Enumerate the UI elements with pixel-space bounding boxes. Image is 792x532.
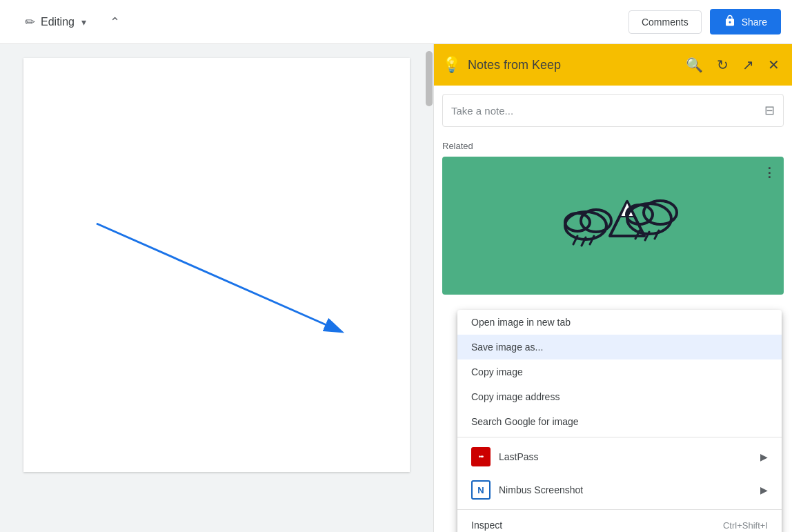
context-menu-divider-2 (457, 509, 782, 510)
lastpass-icon: ••• (471, 447, 491, 466)
list-icon: ⊟ (764, 103, 775, 118)
keep-header-icons: 🔍 ↻ ↗ ✕ (682, 54, 784, 76)
close-sidebar-button[interactable]: ✕ (764, 54, 784, 76)
document-page (23, 58, 410, 472)
nimbus-label: Nimbus Screenshot (499, 484, 583, 495)
search-google-label: Search Google for image (471, 416, 579, 427)
weather-illustration (544, 181, 682, 270)
collapse-icon: ⌃ (110, 15, 120, 29)
keep-header: 💡 Notes from Keep 🔍 ↻ ↗ ✕ (434, 44, 792, 86)
context-menu-item-lastpass[interactable]: ••• LastPass ▶ (457, 440, 782, 473)
document-area (0, 44, 433, 532)
comments-button[interactable]: Comments (628, 10, 702, 34)
context-menu-item-inspect[interactable]: Inspect Ctrl+Shift+I (457, 513, 782, 532)
copy-image-label: Copy image (471, 366, 523, 377)
context-menu-item-nimbus[interactable]: N Nimbus Screenshot ▶ (457, 473, 782, 506)
context-menu-item-open-image[interactable]: Open image in new tab (457, 310, 782, 335)
svg-point-4 (565, 213, 590, 231)
external-link-icon: ↗ (742, 57, 754, 72)
search-button[interactable]: 🔍 (682, 54, 707, 76)
lastpass-label: LastPass (499, 451, 539, 462)
pencil-icon: ✏ (25, 14, 35, 30)
collapse-button[interactable]: ⌃ (106, 10, 124, 34)
nimbus-item-left: N Nimbus Screenshot (471, 480, 583, 500)
nimbus-icon: N (471, 480, 491, 500)
note-card-content (442, 157, 784, 295)
share-button[interactable]: Share (710, 9, 781, 35)
bulb-icon: 💡 (442, 56, 461, 74)
context-menu: Open image in new tab Save image as... C… (457, 310, 782, 532)
context-menu-item-save-image[interactable]: Save image as... (457, 335, 782, 359)
inspect-label: Inspect (471, 520, 502, 531)
editing-label: Editing (41, 16, 75, 28)
refresh-button[interactable]: ↻ (713, 54, 733, 76)
note-more-button[interactable]: ⋮ (760, 162, 778, 183)
main-area: 💡 Notes from Keep 🔍 ↻ ↗ ✕ Take a note... (0, 44, 792, 532)
open-image-label: Open image in new tab (471, 317, 571, 328)
keep-title: Notes from Keep (468, 58, 675, 72)
related-label: Related (434, 135, 792, 157)
context-menu-item-search-google[interactable]: Search Google for image (457, 409, 782, 434)
scrollbar-track[interactable] (425, 44, 433, 532)
context-menu-divider-1 (457, 437, 782, 437)
scrollbar-thumb[interactable] (426, 51, 433, 106)
note-placeholder: Take a note... (451, 105, 764, 117)
refresh-icon: ↻ (717, 57, 729, 72)
copy-image-address-label: Copy image address (471, 391, 560, 402)
open-external-button[interactable]: ↗ (738, 54, 758, 76)
nimbus-submenu-arrow: ▶ (760, 484, 768, 495)
close-icon: ✕ (768, 57, 780, 72)
share-icon (724, 14, 736, 29)
note-card[interactable]: ⋮ (442, 157, 784, 295)
search-icon: 🔍 (686, 57, 703, 72)
save-image-label: Save image as... (471, 342, 543, 353)
comments-label: Comments (642, 17, 689, 28)
lastpass-submenu-arrow: ▶ (760, 451, 768, 462)
top-bar-left: ✏ Editing ▾ ⌃ (0, 0, 435, 44)
context-menu-item-copy-address[interactable]: Copy image address (457, 384, 782, 409)
chevron-down-icon: ▾ (81, 17, 86, 28)
share-label: Share (742, 17, 767, 28)
top-bar: ✏ Editing ▾ ⌃ Comments Share (0, 0, 792, 44)
editing-button[interactable]: ✏ Editing ▾ (17, 10, 95, 34)
context-menu-item-copy-image[interactable]: Copy image (457, 359, 782, 384)
note-input-area[interactable]: Take a note... ⊟ (442, 94, 784, 127)
inspect-shortcut: Ctrl+Shift+I (723, 520, 768, 531)
lastpass-item-left: ••• LastPass (471, 447, 539, 466)
